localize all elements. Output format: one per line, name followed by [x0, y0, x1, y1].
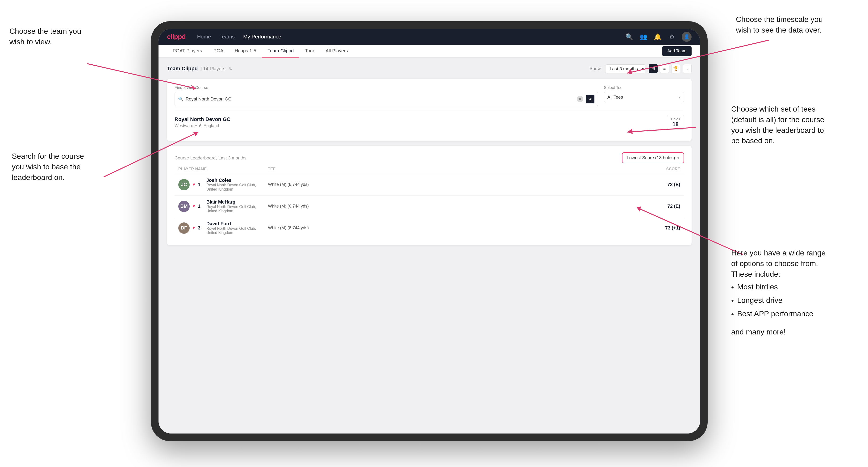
player-cell-3: DF ♥ 3 David Ford Royal North Devon Golf…	[178, 221, 268, 235]
main-content: Team Clippd | 14 Players ✎ Show: Last 3 …	[158, 58, 700, 434]
secondary-nav: PGAT Players PGA Hcaps 1-5 Team Clippd T…	[158, 45, 700, 58]
select-tee-label: Select Tee	[604, 85, 684, 90]
and-more-text: and many more!	[731, 326, 854, 337]
heart-icon-3: ♥	[192, 225, 195, 230]
annotation-choose-tees: Choose which set of tees(default is all)…	[731, 104, 854, 146]
search-group: Find a Golf Course 🔍 × ★	[175, 85, 598, 106]
rank-3: 3	[198, 225, 204, 231]
annotation-search-course: Search for the courseyou wish to base th…	[12, 151, 106, 183]
course-search-input[interactable]	[186, 96, 574, 102]
search-icon: 🔍	[178, 96, 183, 102]
course-result: Royal North Devon GC Westward Ho!, Engla…	[175, 110, 684, 134]
table-header: PLAYER NAME TEE SCORE	[175, 167, 684, 174]
player-club-2: Royal North Devon Golf Club, United King…	[206, 205, 268, 213]
holes-badge: Holes 18	[667, 115, 684, 130]
users-button[interactable]: 👥	[639, 33, 648, 41]
player-avatar-2: BM	[178, 201, 190, 212]
annotation-choose-team: Choose the team you wish to view.	[9, 26, 90, 47]
list-view-button[interactable]: ≡	[660, 64, 669, 73]
download-button[interactable]: ↓	[683, 64, 691, 73]
player-club-3: Royal North Devon Golf Club, United King…	[206, 226, 268, 235]
nav-teams[interactable]: Teams	[219, 34, 235, 40]
bullet-drive: • Longest drive	[731, 295, 854, 306]
score-type-text: Lowest Score (18 holes)	[627, 155, 675, 160]
tab-pga[interactable]: PGA	[208, 45, 229, 58]
player-cell-1: JC ♥ 1 Josh Coles Royal North Devon Golf…	[178, 178, 268, 191]
player-avatar-1: JC	[178, 179, 190, 190]
show-select[interactable]: Last 3 months	[605, 64, 645, 73]
holes-value: 18	[671, 121, 680, 128]
score-cell-1: 72 (E)	[624, 182, 680, 187]
settings-button[interactable]: ⚙	[668, 33, 676, 41]
nav-home[interactable]: Home	[197, 34, 211, 40]
table-row: BM ♥ 1 Blair McHarg Royal North Devon Go…	[175, 195, 684, 217]
nav-icons: 🔍 👥 🔔 ⚙ 👤	[625, 32, 691, 42]
course-name: Royal North Devon GC	[175, 116, 230, 122]
sub-nav-tabs: PGAT Players PGA Hcaps 1-5 Team Clippd T…	[167, 45, 662, 58]
score-type-chevron-icon: ▾	[677, 156, 679, 160]
tee-group: Select Tee All Tees ▾	[604, 85, 684, 106]
team-header: Team Clippd | 14 Players ✎ Show: Last 3 …	[167, 64, 691, 73]
annotation-options: Here you have a wide rangeof options to …	[731, 248, 854, 337]
team-title-group: Team Clippd | 14 Players ✎	[167, 66, 232, 72]
nav-links: Home Teams My Performance	[197, 34, 625, 40]
tab-pgat-players[interactable]: PGAT Players	[167, 45, 208, 58]
table-row: DF ♥ 3 David Ford Royal North Devon Golf…	[175, 217, 684, 239]
leaderboard-title: Course Leaderboard, Last 3 months	[175, 155, 247, 161]
notifications-button[interactable]: 🔔	[653, 33, 662, 41]
chevron-down-icon: ▾	[679, 95, 680, 99]
show-label: Show:	[589, 66, 602, 71]
player-name-1: Josh Coles	[206, 178, 268, 183]
course-location: Westward Ho!, England	[175, 123, 230, 128]
player-avatar-3: DF	[178, 222, 190, 234]
team-count: | 14 Players	[200, 66, 225, 71]
tab-tour[interactable]: Tour	[299, 45, 320, 58]
tab-hcaps[interactable]: Hcaps 1-5	[229, 45, 262, 58]
heart-icon-1: ♥	[192, 182, 195, 187]
rank-2: 1	[198, 204, 204, 209]
grid-view-button[interactable]: ⊞	[649, 64, 658, 73]
table-row: JC ♥ 1 Josh Coles Royal North Devon Golf…	[175, 174, 684, 195]
col-player: PLAYER NAME	[178, 167, 268, 171]
col-score: SCORE	[624, 167, 680, 171]
show-group: Show: Last 3 months ⊞ ≡ 🏆 ↓	[589, 64, 691, 73]
leaderboard-table: PLAYER NAME TEE SCORE JC ♥ 1 Josh Coles	[175, 167, 684, 239]
heart-icon-2: ♥	[192, 204, 195, 209]
score-type-select[interactable]: Lowest Score (18 holes) ▾	[622, 152, 684, 163]
clear-search-button[interactable]: ×	[577, 96, 583, 102]
leaderboard-card: Course Leaderboard, Last 3 months Lowest…	[167, 146, 691, 245]
search-input-wrap: 🔍 × ★	[175, 92, 598, 106]
edit-icon[interactable]: ✎	[228, 66, 232, 71]
find-course-label: Find a Golf Course	[175, 85, 598, 90]
team-title: Team Clippd	[167, 66, 198, 72]
tee-cell-3: White (M) (6,744 yds)	[268, 225, 624, 230]
tee-select-text: All Tees	[607, 95, 623, 100]
leaderboard-header: Course Leaderboard, Last 3 months Lowest…	[175, 152, 684, 163]
search-button[interactable]: 🔍	[625, 33, 633, 41]
holes-label: Holes	[671, 117, 680, 121]
tab-all-players[interactable]: All Players	[320, 45, 353, 58]
annotation-choose-timescale: Choose the timescale youwish to see the …	[736, 14, 854, 35]
course-search-card: Find a Golf Course 🔍 × ★ Select Tee All …	[167, 79, 691, 141]
player-club-1: Royal North Devon Golf Club, United King…	[206, 183, 268, 191]
tee-select-wrap[interactable]: All Tees ▾	[604, 92, 684, 102]
tab-team-clippd[interactable]: Team Clippd	[262, 45, 299, 58]
add-team-button[interactable]: Add Team	[662, 46, 691, 56]
score-cell-3: 73 (+1)	[624, 225, 680, 231]
favorite-button[interactable]: ★	[586, 95, 595, 103]
player-name-3: David Ford	[206, 221, 268, 226]
trophy-view-button[interactable]: 🏆	[671, 64, 680, 73]
player-cell-2: BM ♥ 1 Blair McHarg Royal North Devon Go…	[178, 199, 268, 213]
col-tee: TEE	[268, 167, 624, 171]
avatar-button[interactable]: 👤	[682, 32, 691, 42]
tee-cell-2: White (M) (6,744 yds)	[268, 204, 624, 209]
tee-cell-1: White (M) (6,744 yds)	[268, 182, 624, 187]
tablet-frame: clippd Home Teams My Performance 🔍 👥 🔔 ⚙…	[151, 21, 708, 441]
player-name-2: Blair McHarg	[206, 199, 268, 205]
bullet-birdies: • Most birdies	[731, 282, 854, 293]
score-cell-2: 72 (E)	[624, 204, 680, 209]
nav-my-performance[interactable]: My Performance	[243, 34, 281, 40]
bullet-app: • Best APP performance	[731, 309, 854, 319]
rank-1: 1	[198, 182, 204, 187]
course-search-area: Find a Golf Course 🔍 × ★ Select Tee All …	[175, 85, 684, 106]
